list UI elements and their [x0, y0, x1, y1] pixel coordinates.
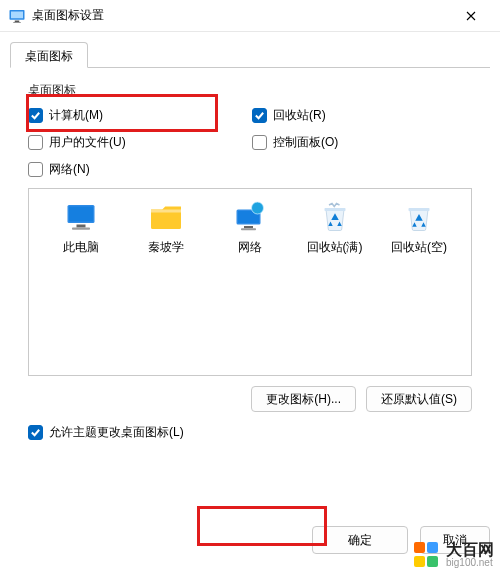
- checkbox-recycle[interactable]: 回收站(R): [252, 107, 476, 124]
- checkbox-box-icon: [252, 108, 267, 123]
- watermark-url: big100.net: [446, 558, 494, 568]
- checkbox-allow-theme-label: 允许主题更改桌面图标(L): [49, 424, 184, 441]
- change-icon-button[interactable]: 更改图标(H)...: [251, 386, 356, 412]
- preview-item-user[interactable]: 秦坡学: [128, 197, 204, 255]
- checkbox-ctrlpanel-label: 控制面板(O): [273, 134, 338, 151]
- svg-rect-5: [69, 207, 93, 222]
- checkbox-userfiles-label: 用户的文件(U): [49, 134, 126, 151]
- preview-item-recycle-full[interactable]: 回收站(满): [297, 197, 373, 255]
- window-title: 桌面图标设置: [32, 7, 448, 24]
- checkbox-grid: 计算机(M) 回收站(R) 用户的文件(U) 控制面板(O) 网络(N): [28, 107, 476, 178]
- checkbox-box-icon: [28, 135, 43, 150]
- titlebar: 桌面图标设置: [0, 0, 500, 32]
- recycle-empty-icon: [381, 197, 457, 235]
- checkbox-box-icon: [28, 162, 43, 177]
- folder-icon: [128, 197, 204, 235]
- restore-default-button[interactable]: 还原默认值(S): [366, 386, 472, 412]
- checkbox-userfiles[interactable]: 用户的文件(U): [28, 134, 252, 151]
- icon-preview-list[interactable]: 此电脑 秦坡学 网络 回收站(满): [28, 188, 472, 376]
- checkbox-allow-theme[interactable]: 允许主题更改桌面图标(L): [28, 424, 472, 441]
- network-icon: [212, 197, 288, 235]
- preview-item-recycle-empty[interactable]: 回收站(空): [381, 197, 457, 255]
- svg-rect-12: [241, 228, 256, 230]
- checkbox-ctrlpanel[interactable]: 控制面板(O): [252, 134, 476, 151]
- checkbox-network[interactable]: 网络(N): [28, 161, 252, 178]
- dialog-button-row: 确定 取消: [10, 526, 490, 554]
- svg-rect-1: [11, 11, 23, 18]
- ok-button[interactable]: 确定: [312, 526, 408, 554]
- icon-buttons-row: 更改图标(H)... 还原默认值(S): [28, 386, 472, 412]
- close-button[interactable]: [448, 1, 494, 31]
- preview-item-thispc[interactable]: 此电脑: [43, 197, 119, 255]
- svg-rect-14: [409, 208, 430, 211]
- tab-desktop-icons[interactable]: 桌面图标: [10, 42, 88, 68]
- panel-body: 桌面图标 计算机(M) 回收站(R) 用户的文件(U) 控制面板(O) 网络(N…: [10, 68, 490, 449]
- svg-rect-2: [15, 20, 20, 22]
- preview-item-network[interactable]: 网络: [212, 197, 288, 255]
- tabstrip: 桌面图标: [10, 42, 490, 68]
- checkbox-computer-label: 计算机(M): [49, 107, 103, 124]
- checkbox-box-icon: [28, 425, 43, 440]
- section-title: 桌面图标: [28, 82, 476, 99]
- svg-rect-7: [72, 228, 90, 230]
- sysicon-display: [8, 7, 26, 25]
- checkbox-box-icon: [252, 135, 267, 150]
- svg-rect-6: [77, 225, 86, 228]
- svg-rect-13: [324, 208, 345, 211]
- recycle-full-icon: [297, 197, 373, 235]
- checkbox-computer[interactable]: 计算机(M): [28, 107, 252, 124]
- svg-rect-11: [244, 226, 253, 228]
- thispc-icon: [43, 197, 119, 235]
- checkbox-box-icon: [28, 108, 43, 123]
- cancel-button[interactable]: 取消: [420, 526, 490, 554]
- svg-rect-3: [13, 22, 21, 23]
- checkbox-network-label: 网络(N): [49, 161, 90, 178]
- checkbox-recycle-label: 回收站(R): [273, 107, 326, 124]
